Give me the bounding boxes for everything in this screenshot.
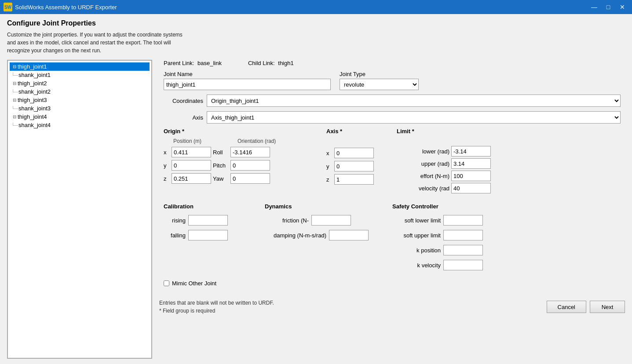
origin-x-label: x <box>164 149 170 156</box>
limit-lower-input[interactable] <box>451 146 491 157</box>
tree-toggle-thigh-joint4[interactable]: ⊟ <box>11 114 18 119</box>
axis-z-value[interactable] <box>334 174 374 185</box>
limit-velocity-label: velocity (rad <box>397 185 449 192</box>
axis-row: Axis Axis_thigh_joint1 <box>159 111 625 124</box>
rising-input[interactable] <box>188 215 228 226</box>
tree-toggle-thigh-joint2[interactable]: ⊟ <box>11 81 18 86</box>
next-button[interactable]: Next <box>590 301 625 313</box>
window-controls: — □ ✕ <box>588 2 628 12</box>
limit-velocity-row: velocity (rad <box>397 183 491 193</box>
axis-x-row: x <box>326 148 384 158</box>
limit-lower-row: lower (rad) <box>397 146 491 157</box>
soft-upper-label: soft upper limit <box>392 232 441 239</box>
axis-z-row: z <box>326 174 384 185</box>
origin-y-pos[interactable] <box>172 160 211 171</box>
origin-z-pos[interactable] <box>172 173 211 184</box>
axis-y-value[interactable] <box>334 161 374 171</box>
minimize-button[interactable]: — <box>588 2 600 12</box>
safety-group: Safety Controller soft lower limit soft … <box>392 203 515 272</box>
roll-label: Roll <box>213 149 229 156</box>
limit-upper-row: upper (rad) <box>397 158 491 169</box>
k-position-label: k position <box>392 247 441 254</box>
joint-type-group: Joint Type revolute continuous prismatic… <box>340 71 419 90</box>
tree-item-shank-joint4[interactable]: └─ shank_joint4 <box>10 121 150 129</box>
tree-item-shank-joint1[interactable]: └─ shank_joint1 <box>10 71 150 79</box>
bottom-note-line2: * Field group is required <box>159 308 215 314</box>
maximize-button[interactable]: □ <box>602 2 614 12</box>
child-link-value: thigh1 <box>278 60 293 66</box>
k-position-input[interactable] <box>443 245 483 255</box>
falling-label: falling <box>164 232 186 239</box>
friction-label: friction (N- <box>265 217 309 224</box>
mimic-label[interactable]: Mimic Other Joint <box>172 280 216 287</box>
calibration-rising-row: rising <box>164 215 252 226</box>
tree-item-thigh-joint1[interactable]: ⊟ thigh_joint1 <box>10 62 150 71</box>
safety-k-velocity-row: k velocity <box>392 260 515 270</box>
link-info: Parent Link: base_link Child Link: thigh… <box>159 60 625 66</box>
origin-y-row: y Pitch <box>164 160 313 171</box>
damping-label: damping (N-m-s/rad) <box>265 232 326 239</box>
origin-x-pos[interactable] <box>172 147 211 157</box>
axis-values-group: Axis * x y z <box>326 128 384 194</box>
child-link-label: Child Link: <box>248 60 275 66</box>
limit-effort-input[interactable] <box>451 171 491 181</box>
safety-soft-lower-row: soft lower limit <box>392 215 515 226</box>
k-velocity-input[interactable] <box>443 260 483 270</box>
coordinates-label: Coordinates <box>164 98 203 104</box>
pitch-label: Pitch <box>213 162 229 169</box>
limit-velocity-input[interactable] <box>451 183 491 193</box>
soft-lower-label: soft lower limit <box>392 217 441 224</box>
safety-k-position-row: k position <box>392 245 515 255</box>
axis-z-label: z <box>326 176 332 183</box>
tree-label-thigh-joint3: thigh_joint3 <box>18 97 47 103</box>
cancel-button[interactable]: Cancel <box>547 301 586 313</box>
axis-x-label: x <box>326 150 332 157</box>
friction-input[interactable] <box>311 215 351 226</box>
joint-name-type-row: Joint Name Joint Type revolute continuou… <box>159 71 625 90</box>
origin-pitch[interactable] <box>230 160 270 171</box>
tree-item-thigh-joint3[interactable]: ⊟ thigh_joint3 <box>10 96 150 104</box>
app-icon: SW <box>4 3 12 11</box>
axis-values-title: Axis * <box>326 128 384 135</box>
axis-y-label: y <box>326 163 332 170</box>
joint-tree[interactable]: ⊟ thigh_joint1 └─ shank_joint1 ⊟ thigh_j… <box>7 60 152 359</box>
safety-title: Safety Controller <box>392 203 515 210</box>
coordinates-select[interactable]: Origin_thigh_joint1 <box>207 95 621 107</box>
tree-toggle-thigh-joint3[interactable]: ⊟ <box>11 98 18 102</box>
limit-lower-label: lower (rad) <box>397 148 449 155</box>
origin-yaw[interactable] <box>230 173 270 184</box>
tree-item-thigh-joint2[interactable]: ⊟ thigh_joint2 <box>10 79 150 87</box>
tree-item-shank-joint3[interactable]: └─ shank_joint3 <box>10 104 150 113</box>
soft-upper-input[interactable] <box>443 230 483 240</box>
tree-item-shank-joint2[interactable]: └─ shank_joint2 <box>10 87 150 96</box>
axis-x-value[interactable] <box>334 148 374 158</box>
tree-item-thigh-joint4[interactable]: ⊟ thigh_joint4 <box>10 113 150 121</box>
limit-effort-row: effort (N-m) <box>397 171 491 181</box>
limit-upper-label: upper (rad) <box>397 160 449 167</box>
limit-group: Limit * lower (rad) upper (rad) effort (… <box>397 128 491 194</box>
axis-dropdown-label: Axis <box>164 114 203 121</box>
content-area: ⊟ thigh_joint1 └─ shank_joint1 ⊟ thigh_j… <box>7 60 625 359</box>
origin-roll[interactable] <box>230 147 270 157</box>
yaw-label: Yaw <box>213 175 229 182</box>
origin-title: Origin * <box>164 128 313 135</box>
damping-input[interactable] <box>329 230 369 240</box>
mimic-checkbox[interactable] <box>164 280 169 286</box>
soft-lower-input[interactable] <box>443 215 483 226</box>
tree-label-shank-joint1: shank_joint1 <box>18 72 51 78</box>
bottom-note-line1: Entries that are blank will not be writt… <box>159 300 274 306</box>
close-button[interactable]: ✕ <box>616 2 628 12</box>
limit-upper-input[interactable] <box>451 158 491 169</box>
tree-toggle-thigh-joint1[interactable]: ⊟ <box>11 64 18 69</box>
axis-select[interactable]: Axis_thigh_joint1 <box>207 111 621 124</box>
joint-type-select[interactable]: revolute continuous prismatic fixed floa… <box>340 79 419 90</box>
coordinates-row: Coordinates Origin_thigh_joint1 <box>159 95 625 107</box>
child-link-info: Child Link: thigh1 <box>248 60 294 66</box>
joint-name-group: Joint Name <box>164 71 331 90</box>
joint-type-label: Joint Type <box>340 71 419 77</box>
calibration-falling-row: falling <box>164 230 252 240</box>
falling-input[interactable] <box>188 230 228 240</box>
joint-name-input[interactable] <box>164 79 331 90</box>
joint-name-label: Joint Name <box>164 71 331 77</box>
page-title: Configure Joint Properties <box>7 19 625 27</box>
